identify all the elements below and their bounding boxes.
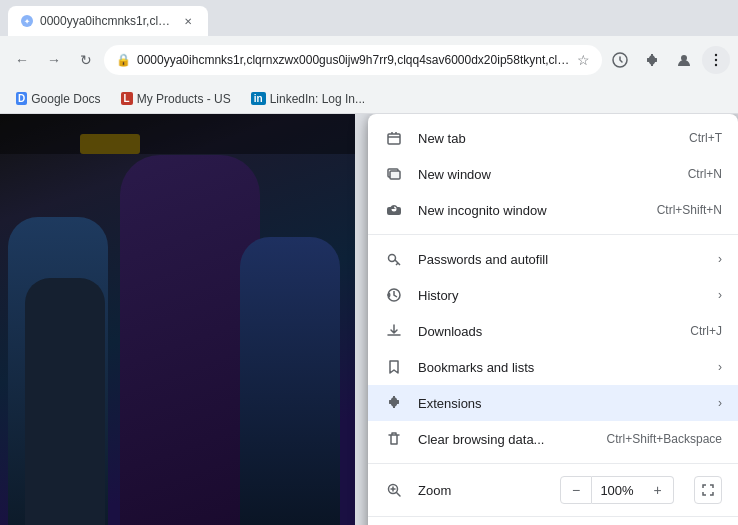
history-label: History bbox=[418, 288, 696, 303]
chrome-extension-icon[interactable] bbox=[606, 46, 634, 74]
puzzle-icon bbox=[384, 393, 404, 413]
page-background bbox=[0, 114, 355, 525]
zoom-value: 100% bbox=[592, 476, 642, 504]
new-window-shortcut: Ctrl+N bbox=[688, 167, 722, 181]
svg-point-4 bbox=[715, 54, 717, 56]
clear-browsing-shortcut: Ctrl+Shift+Backspace bbox=[607, 432, 722, 446]
bookmark-linkedin-label: LinkedIn: Log In... bbox=[270, 92, 365, 106]
my-products-favicon: L bbox=[121, 92, 133, 105]
profile-icon[interactable] bbox=[670, 46, 698, 74]
top-overlay bbox=[0, 114, 355, 154]
passwords-arrow: › bbox=[718, 252, 722, 266]
chrome-menu-icon[interactable] bbox=[702, 46, 730, 74]
bookmark-linkedin[interactable]: in LinkedIn: Log In... bbox=[243, 90, 373, 108]
extensions-arrow: › bbox=[718, 396, 722, 410]
menu-item-incognito[interactable]: New incognito window Ctrl+Shift+N bbox=[368, 192, 738, 228]
tab-title: 0000yya0ihcmnks1r,clqrnxzwx000gus0ijw9h7… bbox=[40, 14, 174, 28]
tab-close-button[interactable]: ✕ bbox=[180, 13, 196, 29]
menu-item-downloads[interactable]: Downloads Ctrl+J bbox=[368, 313, 738, 349]
clear-browsing-label: Clear browsing data... bbox=[418, 432, 593, 447]
menu-item-passwords[interactable]: Passwords and autofill › bbox=[368, 241, 738, 277]
trash-icon bbox=[384, 429, 404, 449]
new-window-label: New window bbox=[418, 167, 674, 182]
zoom-icon bbox=[384, 480, 404, 500]
bookmark-google-docs-label: Google Docs bbox=[31, 92, 100, 106]
incognito-icon bbox=[384, 200, 404, 220]
google-docs-favicon: D bbox=[16, 92, 27, 105]
downloads-shortcut: Ctrl+J bbox=[690, 324, 722, 338]
page-content: New tab Ctrl+T New window Ctrl+N bbox=[0, 114, 738, 525]
downloads-label: Downloads bbox=[418, 324, 676, 339]
bookmark-google-docs[interactable]: D Google Docs bbox=[8, 90, 109, 108]
linkedin-favicon: in bbox=[251, 92, 266, 105]
new-tab-shortcut: Ctrl+T bbox=[689, 131, 722, 145]
key-icon bbox=[384, 249, 404, 269]
svg-rect-9 bbox=[390, 171, 400, 179]
divider-3 bbox=[368, 516, 738, 517]
fullscreen-button[interactable] bbox=[694, 476, 722, 504]
svg-point-6 bbox=[715, 64, 717, 66]
url-text: 0000yya0ihcmnks1r,clqrnxzwx000gus0ijw9h7… bbox=[137, 53, 571, 67]
svg-text:✦: ✦ bbox=[24, 18, 30, 25]
menu-item-new-tab[interactable]: New tab Ctrl+T bbox=[368, 120, 738, 156]
menu-item-bookmarks[interactable]: Bookmarks and lists › bbox=[368, 349, 738, 385]
bookmark-my-products[interactable]: L My Products - US bbox=[113, 90, 239, 108]
extensions-puzzle-icon[interactable] bbox=[638, 46, 666, 74]
active-tab[interactable]: ✦ 0000yya0ihcmnks1r,clqrnxzwx000gus0ijw9… bbox=[8, 6, 208, 36]
download-icon bbox=[384, 321, 404, 341]
person-center bbox=[120, 155, 260, 525]
context-menu: New tab Ctrl+T New window Ctrl+N bbox=[368, 114, 738, 525]
menu-item-extensions[interactable]: Extensions › bbox=[368, 385, 738, 421]
bookmark-star-icon[interactable]: ☆ bbox=[577, 52, 590, 68]
menu-item-clear-browsing[interactable]: Clear browsing data... Ctrl+Shift+Backsp… bbox=[368, 421, 738, 457]
back-button[interactable]: ← bbox=[8, 46, 36, 74]
zoom-controls: − 100% + bbox=[560, 476, 674, 504]
zoom-row: Zoom − 100% + bbox=[368, 470, 738, 510]
svg-point-5 bbox=[715, 59, 717, 61]
new-window-icon bbox=[384, 164, 404, 184]
reload-button[interactable]: ↻ bbox=[72, 46, 100, 74]
address-bar-row: ← → ↻ 🔒 0000yya0ihcmnks1r,clqrnxzwx000gu… bbox=[0, 36, 738, 84]
extensions-label: Extensions bbox=[418, 396, 696, 411]
bookmark-icon bbox=[384, 357, 404, 377]
incognito-label: New incognito window bbox=[418, 203, 643, 218]
history-icon bbox=[384, 285, 404, 305]
lock-icon: 🔒 bbox=[116, 53, 131, 67]
svg-point-10 bbox=[389, 255, 396, 262]
divider-2 bbox=[368, 463, 738, 464]
bookmark-my-products-label: My Products - US bbox=[137, 92, 231, 106]
new-tab-label: New tab bbox=[418, 131, 675, 146]
bookmarks-label: Bookmarks and lists bbox=[418, 360, 696, 375]
incognito-shortcut: Ctrl+Shift+N bbox=[657, 203, 722, 217]
person-right bbox=[240, 237, 340, 525]
divider-1 bbox=[368, 234, 738, 235]
tab-bar: ✦ 0000yya0ihcmnks1r,clqrnxzwx000gus0ijw9… bbox=[0, 0, 738, 36]
new-tab-icon bbox=[384, 128, 404, 148]
history-arrow: › bbox=[718, 288, 722, 302]
forward-button[interactable]: → bbox=[40, 46, 68, 74]
svg-rect-7 bbox=[388, 134, 400, 144]
address-bar[interactable]: 🔒 0000yya0ihcmnks1r,clqrnxzwx000gus0ijw9… bbox=[104, 45, 602, 75]
browser-frame: ✦ 0000yya0ihcmnks1r,clqrnxzwx000gus0ijw9… bbox=[0, 0, 738, 525]
bookmarks-arrow: › bbox=[718, 360, 722, 374]
zoom-increase-button[interactable]: + bbox=[642, 476, 674, 504]
tab-favicon: ✦ bbox=[20, 14, 34, 28]
passwords-label: Passwords and autofill bbox=[418, 252, 696, 267]
menu-item-new-window[interactable]: New window Ctrl+N bbox=[368, 156, 738, 192]
zoom-label: Zoom bbox=[418, 483, 546, 498]
bookmarks-bar: D Google Docs L My Products - US in Link… bbox=[0, 84, 738, 114]
zoom-decrease-button[interactable]: − bbox=[560, 476, 592, 504]
menu-item-history[interactable]: History › bbox=[368, 277, 738, 313]
person-detail bbox=[25, 278, 105, 525]
